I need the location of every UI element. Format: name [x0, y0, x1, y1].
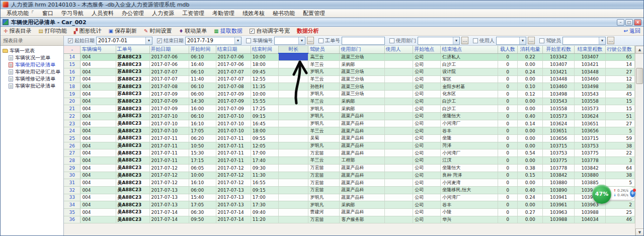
tree-root[interactable]: 车辆一览表	[2, 47, 62, 54]
cell[interactable]: 公司	[413, 216, 441, 223]
cell[interactable]: 0	[498, 194, 518, 201]
cell[interactable]: 2017-07-10	[216, 127, 251, 135]
cell[interactable]: 27	[605, 120, 634, 127]
close-button[interactable]: ×	[634, 19, 641, 26]
filter-select[interactable]: 2017-7-19▾	[185, 37, 242, 45]
column-header-12[interactable]: 结束地点	[441, 46, 498, 53]
cell[interactable]: 万宏苗	[308, 149, 340, 157]
toolbar-button-1[interactable]: ▤打印功能	[38, 27, 66, 35]
cell[interactable]: 103460	[575, 75, 606, 83]
cell[interactable]: 2017-07-11	[216, 149, 251, 157]
cell[interactable]: 11:30	[251, 172, 278, 179]
cell[interactable]: 2017-07-06	[216, 61, 251, 68]
cell[interactable]: 103558	[575, 98, 606, 105]
cell[interactable]: 46	[605, 216, 634, 223]
vertical-scrollbar[interactable]: ▲ ▼	[635, 46, 643, 236]
cell[interactable]: 0.15	[518, 172, 543, 179]
cell[interactable]: 军区	[441, 75, 498, 83]
cell[interactable]: 103421	[575, 61, 606, 68]
cell[interactable]: 公司	[413, 83, 441, 91]
tree-item-1[interactable]: 车辆使用记录清单	[2, 61, 62, 68]
cell[interactable]: 罗明凡	[308, 120, 340, 127]
cell[interactable]: 0.12	[518, 90, 543, 98]
cell[interactable]: 09:15	[251, 113, 278, 120]
cell[interactable]: 坐隆移民,恒大	[441, 186, 498, 194]
filter-checkbox[interactable]: ✓	[68, 38, 73, 43]
cell[interactable]: 17:00	[251, 194, 278, 201]
cell[interactable]: 06:10	[189, 53, 216, 61]
cell[interactable]	[279, 186, 308, 194]
filter-select[interactable]: 2017-07-01▾	[96, 37, 152, 45]
cell[interactable]: 吴A88C23	[116, 120, 149, 127]
cell[interactable]: 苏A88C23	[116, 75, 149, 83]
cell[interactable]: 蔬菜三分场	[340, 53, 384, 61]
cell[interactable]: 38	[605, 172, 634, 179]
cell[interactable]: 蔬菜产品科	[340, 186, 384, 194]
row-number[interactable]: 25	[64, 135, 80, 142]
toolbar-button-3[interactable]: ▣保存刷新	[109, 27, 137, 35]
cell[interactable]: 103624	[575, 113, 606, 120]
cell[interactable]	[384, 164, 413, 172]
cell[interactable]: 2017-07-07	[149, 75, 189, 83]
cell[interactable]: 2017-07-12	[149, 179, 189, 187]
column-header-6[interactable]: 结束时间	[251, 46, 278, 53]
cell[interactable]: 103543	[542, 98, 574, 105]
cell[interactable]: 2017-07-14	[216, 208, 251, 216]
cell[interactable]	[279, 172, 308, 179]
cell[interactable]	[279, 120, 308, 127]
cell[interactable]: 苏A88C23	[116, 98, 149, 105]
cell[interactable]: 14:30	[189, 98, 216, 105]
menu-item-4[interactable]: 办公管理	[118, 9, 148, 18]
cell[interactable]	[279, 201, 308, 209]
cell[interactable]: 吴A88C23	[116, 164, 149, 172]
filter-input[interactable]	[342, 37, 385, 45]
cell[interactable]	[384, 142, 413, 149]
cell[interactable]: 公司	[413, 135, 441, 142]
cell[interactable]: 0	[498, 98, 518, 105]
cell[interactable]	[384, 98, 413, 105]
cell[interactable]: 蔬菜三分场	[340, 68, 384, 75]
cell[interactable]: 06:00	[189, 90, 216, 98]
cell[interactable]: 苏A88C23	[116, 90, 149, 98]
cell[interactable]: 0	[498, 127, 518, 135]
row-number[interactable]: 35	[64, 208, 80, 216]
cell[interactable]: 51	[605, 113, 634, 120]
cell[interactable]	[279, 127, 308, 135]
cell[interactable]: 004	[80, 98, 116, 105]
dropdown-arrow-icon[interactable]: ▾	[599, 37, 605, 44]
cell[interactable]: 坐隆	[441, 135, 498, 142]
cell[interactable]	[384, 186, 413, 194]
cell[interactable]: 2017-07-12	[216, 164, 251, 172]
cell[interactable]: 103573	[575, 105, 606, 113]
filter-checkbox[interactable]	[246, 38, 251, 43]
cell[interactable]: 3	[605, 157, 634, 165]
dropdown-arrow-icon[interactable]: ▾	[519, 37, 526, 44]
cell[interactable]: 蔬菜产品科	[340, 164, 384, 172]
cell[interactable]: 103421	[542, 68, 574, 75]
cell[interactable]: 吴A88C23	[116, 135, 149, 142]
cell[interactable]: 2017-07-09	[216, 98, 251, 105]
cell[interactable]: 公司	[413, 105, 441, 113]
cell[interactable]: 苏A88C23	[116, 83, 149, 91]
cell[interactable]: 金阳乡村基	[441, 83, 498, 91]
cell[interactable]: 0	[498, 113, 518, 120]
toolbar-button-4[interactable]: ✎时间设置	[144, 27, 172, 35]
ellipsis-button[interactable]: …	[461, 37, 468, 44]
cell[interactable]: 004	[80, 208, 116, 216]
cell[interactable]: 004	[80, 105, 116, 113]
toolbar-button-5[interactable]: ♦联动菜单	[179, 27, 207, 35]
cell[interactable]	[384, 201, 413, 209]
cell[interactable]: 0	[498, 105, 518, 113]
cell[interactable]	[384, 127, 413, 135]
cell[interactable]: 蔬菜三分场	[340, 75, 384, 83]
column-header-8[interactable]: 驾驶员	[308, 46, 340, 53]
cell[interactable]: 公司	[413, 172, 441, 179]
cell[interactable]: 17:30	[251, 201, 278, 209]
cell[interactable]: 004	[80, 127, 116, 135]
cell[interactable]: 004	[80, 164, 116, 172]
cell[interactable]: 蔬菜三分场	[340, 90, 384, 98]
column-header-10[interactable]: 使用人	[384, 46, 413, 53]
cell[interactable]: 0.14	[518, 120, 543, 127]
row-number[interactable]: 20	[64, 98, 80, 105]
cell[interactable]: 0.22	[518, 53, 543, 61]
